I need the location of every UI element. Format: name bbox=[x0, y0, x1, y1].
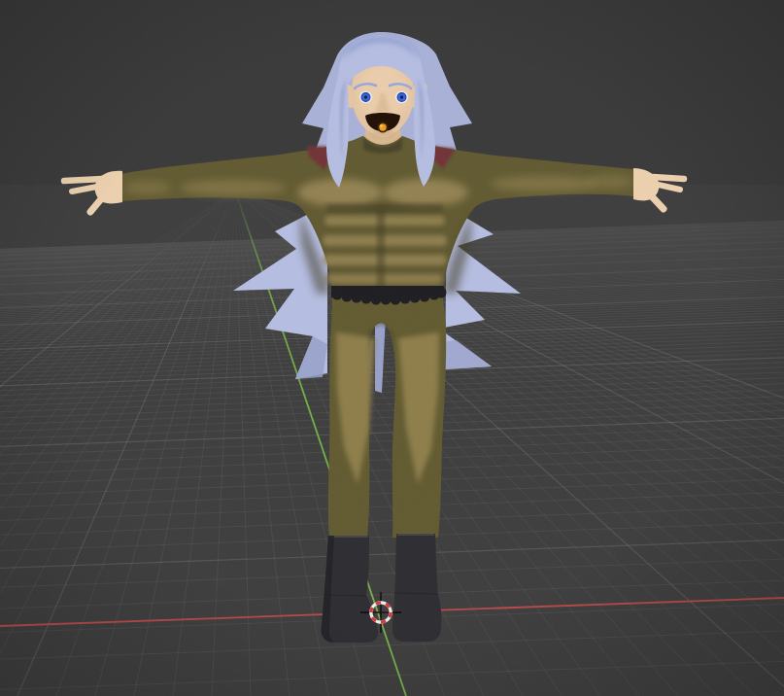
grain-overlay bbox=[0, 0, 784, 696]
viewport-3d[interactable] bbox=[0, 0, 784, 696]
